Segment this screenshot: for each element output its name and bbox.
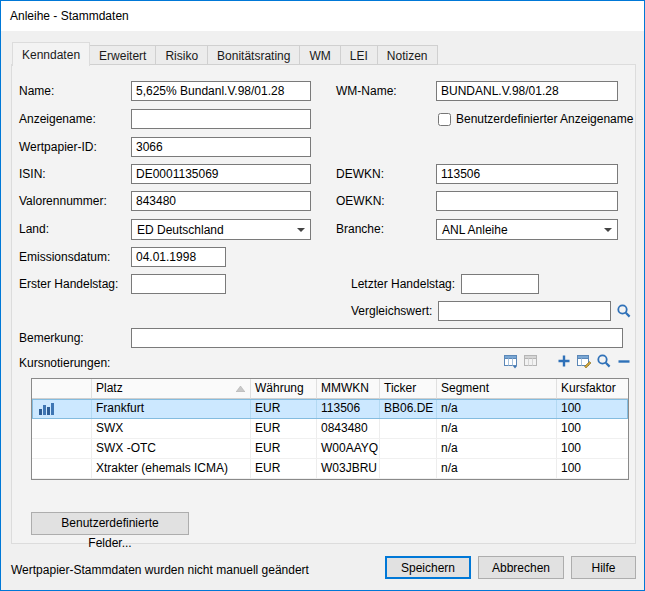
emissionsdatum-input[interactable] (131, 247, 226, 267)
dewkn-input[interactable] (436, 164, 618, 184)
status-text: Wertpapier-Stammdaten wurden nicht manue… (11, 563, 309, 577)
chevron-down-icon (297, 228, 305, 232)
column-header-mmwkn[interactable]: MMWKN (317, 379, 380, 399)
abbrechen-button[interactable]: Abbrechen (478, 556, 564, 579)
column-header-platz[interactable]: Platz (92, 379, 251, 399)
letzter-handelstag-input[interactable] (461, 274, 539, 294)
cell-kursfaktor: 100 (557, 399, 628, 419)
tab-wm[interactable]: WM (300, 45, 340, 65)
dewkn-label: DEWKN: (336, 164, 384, 184)
column-header-kursfaktor[interactable]: Kursfaktor (557, 379, 628, 399)
cell-segment: n/a (437, 399, 557, 419)
anzeigename-input[interactable] (131, 109, 311, 129)
hilfe-button[interactable]: Hilfe (571, 556, 636, 579)
benutzerdefinierter-anzeigename-checkbox[interactable] (438, 113, 451, 126)
oewkn-input[interactable] (436, 191, 618, 211)
search-quote-icon[interactable] (595, 352, 612, 369)
valorennummer-label: Valorennummer: (19, 191, 107, 211)
wm-name-input[interactable] (436, 81, 618, 101)
vergleichswert-input[interactable] (438, 301, 611, 321)
cell-segment: n/a (437, 459, 557, 479)
active-quote-cell (32, 439, 92, 459)
cell-waehrung: EUR (251, 439, 317, 459)
tab-notizen[interactable]: Notizen (378, 45, 438, 65)
copy-quotes-icon[interactable] (502, 352, 519, 369)
cell-mmwkn: W03JBRU (317, 459, 380, 479)
cell-waehrung: EUR (251, 419, 317, 439)
cell-platz: SWX -OTC (92, 439, 251, 459)
kursnotierungen-label: Kursnotierungen: (19, 353, 110, 373)
remove-quote-icon[interactable] (615, 352, 632, 369)
active-quote-cell (32, 459, 92, 479)
cell-kursfaktor: 100 (557, 439, 628, 459)
title-bar: Anleihe - Stammdaten (1, 1, 644, 31)
cell-waehrung: EUR (251, 459, 317, 479)
cell-ticker: BB06.DE (380, 399, 437, 419)
isin-input[interactable] (131, 164, 311, 184)
tab-bonitaetsrating[interactable]: Bonitätsrating (208, 45, 300, 65)
column-header-ticker[interactable]: Ticker (380, 379, 437, 399)
cell-kursfaktor: 100 (557, 459, 628, 479)
tab-lei[interactable]: LEI (341, 45, 378, 65)
cell-platz: Xtrakter (ehemals ICMA) (92, 459, 251, 479)
name-label: Name: (19, 81, 54, 101)
tab-strip: Kenndaten Erweitert Risiko Bonitätsratin… (12, 42, 438, 65)
oewkn-label: OEWKN: (336, 191, 385, 211)
edit-quote-icon[interactable] (575, 352, 592, 369)
land-select-value: ED Deutschland (137, 223, 224, 237)
table-row[interactable]: Frankfurt EUR 113506 BB06.DE n/a 100 (32, 399, 628, 419)
branche-select[interactable]: ANL Anleihe (436, 219, 618, 240)
copy-quotes-disabled-icon[interactable] (522, 352, 539, 369)
branche-label: Branche: (336, 219, 384, 239)
column-header-icon[interactable] (32, 379, 92, 399)
isin-label: ISIN: (19, 164, 46, 184)
bemerkung-label: Bemerkung: (19, 328, 84, 348)
table-row[interactable]: Xtrakter (ehemals ICMA) EUR W03JBRU n/a … (32, 459, 628, 479)
kursnotierungen-toolbar (502, 352, 632, 369)
cell-ticker (380, 439, 437, 459)
add-quote-icon[interactable] (555, 352, 572, 369)
emissionsdatum-label: Emissionsdatum: (19, 247, 110, 267)
cell-ticker (380, 459, 437, 479)
anleihe-stammdaten-dialog: Anleihe - Stammdaten Kenndaten Erweitert… (0, 0, 645, 591)
wertpapier-id-input[interactable] (131, 137, 311, 157)
cell-segment: n/a (437, 439, 557, 459)
cell-mmwkn: W00AAYQ (317, 439, 380, 459)
sort-ascending-icon (236, 386, 245, 392)
speichern-button[interactable]: Speichern (385, 556, 471, 579)
table-row[interactable]: SWX EUR 0843480 n/a 100 (32, 419, 628, 439)
cell-mmwkn: 113506 (317, 399, 380, 419)
active-quote-cell (32, 419, 92, 439)
branche-select-value: ANL Anleihe (442, 223, 508, 237)
tab-kenndaten[interactable]: Kenndaten (12, 42, 90, 66)
chart-icon (39, 403, 54, 415)
cell-waehrung: EUR (251, 399, 317, 419)
tab-risiko[interactable]: Risiko (156, 45, 208, 65)
erster-handelstag-input[interactable] (131, 274, 226, 294)
anzeigename-label: Anzeigename: (19, 109, 96, 129)
column-header-platz-label: Platz (96, 381, 123, 395)
valorennummer-input[interactable] (131, 191, 311, 211)
column-header-waehrung[interactable]: Währung (251, 379, 317, 399)
letzter-handelstag-label: Letzter Handelstag: (351, 274, 455, 294)
column-header-segment[interactable]: Segment (437, 379, 557, 399)
cell-ticker (380, 419, 437, 439)
cell-platz: SWX (92, 419, 251, 439)
wertpapier-id-label: Wertpapier-ID: (19, 137, 97, 157)
table-row[interactable]: SWX -OTC EUR W00AAYQ n/a 100 (32, 439, 628, 459)
benutzerdefinierte-felder-button[interactable]: Benutzerdefinierte Felder... (31, 512, 189, 535)
land-select[interactable]: ED Deutschland (131, 219, 311, 240)
table-header-row: Platz Währung MMWKN Ticker Segment Kursf… (32, 379, 628, 399)
tab-erweitert[interactable]: Erweitert (90, 45, 156, 65)
benutzerdefinierter-anzeigename-label: Benutzerdefinierter Anzeigename (456, 109, 633, 129)
vergleichswert-label: Vergleichswert: (351, 301, 432, 321)
search-icon[interactable] (615, 302, 632, 319)
cell-segment: n/a (437, 419, 557, 439)
cell-mmwkn: 0843480 (317, 419, 380, 439)
chevron-down-icon (604, 228, 612, 232)
erster-handelstag-label: Erster Handelstag: (19, 274, 118, 294)
kursnotierungen-table: Platz Währung MMWKN Ticker Segment Kursf… (31, 378, 629, 480)
name-input[interactable] (131, 81, 311, 101)
window-title: Anleihe - Stammdaten (10, 9, 129, 23)
bemerkung-input[interactable] (131, 328, 623, 348)
